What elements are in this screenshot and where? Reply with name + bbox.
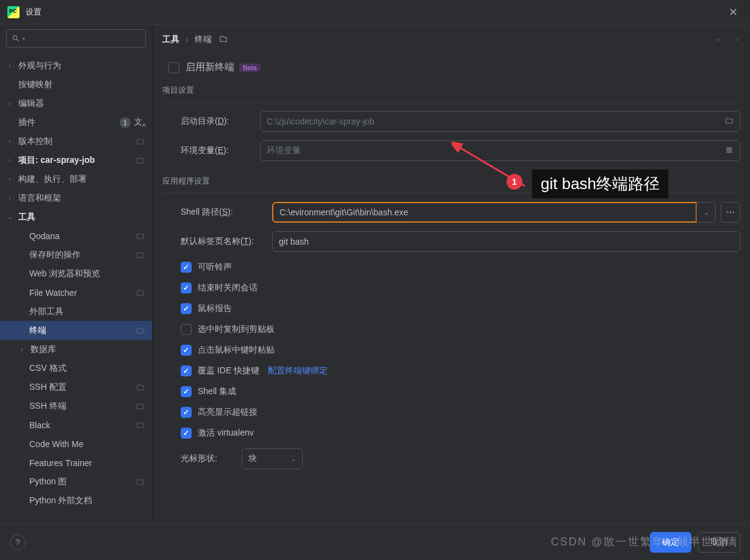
sidebar-item-19[interactable]: Black (0, 415, 152, 434)
sidebar-item-label: 保存时的操作 (29, 249, 136, 260)
checkbox[interactable] (181, 365, 192, 376)
chevron-icon: ⌄ (5, 214, 15, 220)
sidebar-item-label: 外观与行为 (18, 60, 152, 71)
checkbox[interactable] (181, 345, 192, 356)
sidebar-item-18[interactable]: SSH 终端 (0, 397, 152, 415)
sidebar-item-14[interactable]: 终端 (0, 321, 152, 340)
sidebar-item-5[interactable]: ›项目: car-spray-job (0, 151, 152, 170)
sidebar-item-label: File Watcher (29, 288, 136, 298)
sidebar-item-15[interactable]: ›数据库 (0, 340, 152, 359)
sidebar-item-label: Web 浏览器和预览 (29, 268, 152, 279)
shell-path-more-button[interactable]: ⋯ (721, 202, 740, 223)
nav-back-icon[interactable]: ← (715, 34, 724, 45)
search-input[interactable]: ▾ (6, 29, 146, 48)
check-row-1: 结束时关闭会话 (181, 282, 740, 293)
checkbox-label: 选中时复制到剪贴板 (198, 324, 275, 335)
cursor-shape-select[interactable]: 块 ⌄ (242, 448, 303, 469)
help-button[interactable]: ? (10, 534, 26, 550)
sidebar-item-21[interactable]: Features Trainer (0, 453, 152, 472)
check-row-5: 覆盖 IDE 快捷键配置终端键绑定 (181, 365, 740, 376)
sidebar-item-7[interactable]: ›语言和框架 (0, 188, 152, 207)
check-row-6: Shell 集成 (181, 386, 740, 397)
checkbox[interactable] (181, 282, 192, 293)
chevron-down-icon: ⌄ (280, 456, 296, 462)
project-scope-icon (136, 421, 145, 429)
sidebar-item-label: 版本控制 (18, 136, 136, 147)
sidebar-item-8[interactable]: ⌄工具 (0, 207, 152, 226)
svg-rect-2 (726, 151, 732, 153)
sidebar-item-label: 编辑器 (18, 98, 152, 109)
sidebar-item-3[interactable]: 插件1文A (0, 113, 152, 132)
enable-new-terminal-label: 启用新终端 (186, 61, 234, 74)
sidebar-item-label: 工具 (18, 212, 152, 223)
sidebar-item-label: 数据库 (31, 344, 152, 355)
checkbox-label: 覆盖 IDE 快捷键 (198, 365, 259, 376)
config-link[interactable]: 配置终端键绑定 (268, 365, 328, 376)
sidebar-item-10[interactable]: 保存时的操作 (0, 245, 152, 264)
project-scope-icon (219, 35, 228, 45)
sidebar-item-label: 插件 (18, 117, 120, 128)
sidebar-item-16[interactable]: CSV 格式 (0, 359, 152, 378)
sidebar-item-1[interactable]: 按键映射 (0, 75, 152, 94)
watermark: CSDN @散一世繁华，颠半世琉璃 (551, 534, 738, 549)
project-scope-icon (136, 326, 145, 335)
tab-name-input[interactable]: git bash (272, 231, 740, 252)
sidebar-item-2[interactable]: ›编辑器 (0, 94, 152, 113)
sidebar-item-4[interactable]: ›版本控制 (0, 132, 152, 151)
sidebar-item-13[interactable]: 外部工具 (0, 302, 152, 321)
env-input[interactable]: 环境变量 (260, 140, 740, 161)
sidebar-item-label: SSH 终端 (29, 401, 136, 412)
sidebar-item-0[interactable]: ›外观与行为 (0, 56, 152, 75)
checkbox[interactable] (181, 262, 192, 273)
project-scope-icon (136, 383, 145, 392)
checkbox[interactable] (181, 303, 192, 314)
checkbox-label: 高亮显示超链接 (198, 407, 258, 418)
folder-icon[interactable] (725, 117, 734, 127)
close-icon[interactable]: ✕ (724, 3, 743, 21)
beta-badge: Beta (239, 63, 261, 72)
sidebar-item-label: 构建、执行、部署 (18, 174, 152, 185)
chevron-icon: › (17, 346, 27, 353)
sidebar-item-label: Black (29, 420, 136, 430)
check-row-7: 高亮显示超链接 (181, 407, 740, 418)
project-scope-icon (136, 289, 145, 297)
env-label: 环境变量(E): (181, 145, 260, 156)
chevron-icon: › (5, 100, 15, 107)
check-row-2: 鼠标报告 (181, 303, 740, 314)
sidebar-item-9[interactable]: Qodana (0, 226, 152, 245)
shell-path-dropdown[interactable]: ⌄ (696, 202, 716, 223)
sidebar-item-label: Features Trainer (29, 458, 152, 468)
sidebar-item-label: Code With Me (29, 439, 152, 449)
checkbox[interactable] (181, 386, 192, 397)
sidebar-item-23[interactable]: Python 外部文档 (0, 491, 152, 510)
svg-rect-0 (726, 147, 732, 148)
nav-forward-icon[interactable]: → (730, 34, 740, 45)
app-icon (7, 6, 20, 18)
breadcrumb-root[interactable]: 工具 (162, 34, 179, 45)
sidebar-item-20[interactable]: Code With Me (0, 434, 152, 453)
sidebar-item-22[interactable]: Python 图 (0, 472, 152, 491)
project-scope-icon (136, 232, 145, 240)
enable-new-terminal-checkbox[interactable] (168, 62, 179, 73)
svg-rect-1 (726, 149, 732, 151)
checkbox-label: 点击鼠标中键时粘贴 (198, 345, 275, 356)
checkbox[interactable] (181, 407, 192, 418)
checkbox[interactable] (181, 428, 192, 439)
sidebar-item-11[interactable]: Web 浏览器和预览 (0, 264, 152, 283)
shell-path-label: Shell 路径(S): (181, 207, 272, 218)
annotation-badge: 1 (507, 174, 522, 190)
checkbox-label: 鼠标报告 (198, 303, 232, 314)
chevron-icon: › (5, 176, 15, 182)
language-icon: 文A (134, 117, 146, 128)
chevron-down-icon: ▾ (23, 36, 25, 41)
list-icon[interactable] (725, 146, 734, 156)
sidebar-item-12[interactable]: File Watcher (0, 283, 152, 302)
shell-path-input[interactable]: C:\evironment\git\Git\bin\bash.exe (272, 202, 697, 223)
sidebar-item-6[interactable]: ›构建、执行、部署 (0, 170, 152, 188)
section-project-settings: 项目设置 (162, 85, 740, 96)
sidebar-item-17[interactable]: SSH 配置 (0, 378, 152, 397)
startup-dir-input[interactable]: C:\zju\codecity\car-spray-job (260, 111, 740, 132)
checkbox[interactable] (181, 324, 192, 335)
tab-name-label: 默认标签页名称(T): (181, 236, 272, 247)
checkbox-label: 激活 virtualenv (198, 428, 254, 439)
